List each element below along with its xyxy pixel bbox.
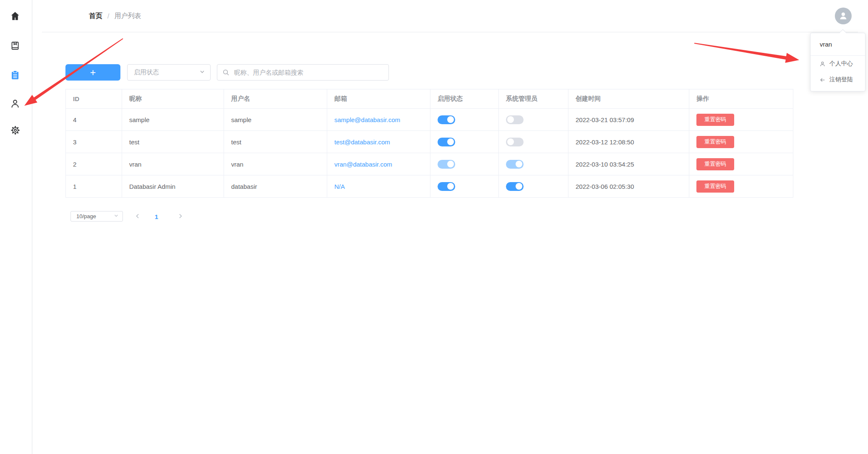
breadcrumb: 首页 / 用户列表 xyxy=(89,0,141,32)
table-row: 3 test test test@databasir.com 2022-03-1… xyxy=(66,131,793,153)
email-link[interactable]: sample@databasir.com xyxy=(334,116,400,123)
cell-admin xyxy=(499,109,568,131)
cell-email: test@databasir.com xyxy=(327,131,430,153)
cell-created-time: 2022-03-12 12:08:50 xyxy=(568,131,689,153)
sidebar-item-settings[interactable] xyxy=(7,123,23,139)
chevron-down-icon xyxy=(114,213,119,219)
clipboard-icon xyxy=(10,70,20,81)
menu-item-profile[interactable]: 个人中心 xyxy=(811,56,865,72)
cell-email: N/A xyxy=(327,175,430,198)
home-icon xyxy=(10,10,21,23)
menu-item-profile-label: 个人中心 xyxy=(829,60,853,68)
cell-created-time: 2022-03-10 03:54:25 xyxy=(568,153,689,175)
sidebar-item-list-active[interactable] xyxy=(7,67,23,84)
cell-email: vran@databasir.com xyxy=(327,153,430,175)
breadcrumb-home[interactable]: 首页 xyxy=(89,12,102,21)
table-row: 1 Databasir Admin databasir N/A 2022-03-… xyxy=(66,175,793,198)
table-header: ID 昵称 用户名 邮箱 启用状态 系统管理员 创建时间 操作 xyxy=(66,89,793,109)
reset-password-button[interactable]: 重置密码 xyxy=(696,158,734,170)
cell-email: sample@databasir.com xyxy=(327,109,430,131)
sidebar-item-home[interactable] xyxy=(7,8,23,25)
add-user-button[interactable]: + xyxy=(65,64,120,81)
sidebar-item-docs[interactable] xyxy=(7,38,23,55)
status-filter-placeholder: 启用状态 xyxy=(134,68,159,76)
cell-actions: 重置密码 xyxy=(689,131,793,153)
cell-nickname: sample xyxy=(122,109,224,131)
user-icon xyxy=(819,61,826,67)
red-annotation-arrow-dropdown xyxy=(694,43,799,63)
status-filter-select[interactable]: 启用状态 xyxy=(127,64,211,81)
admin-toggle[interactable] xyxy=(506,182,524,191)
enabled-toggle[interactable] xyxy=(438,115,455,124)
cell-username: databasir xyxy=(224,175,327,198)
cell-admin xyxy=(499,153,568,175)
cell-id: 1 xyxy=(66,175,122,198)
email-link[interactable]: test@databasir.com xyxy=(334,138,390,146)
col-header-actions: 操作 xyxy=(689,89,793,109)
reset-password-button[interactable]: 重置密码 xyxy=(696,180,734,193)
sidebar-item-users[interactable] xyxy=(7,96,23,112)
book-icon xyxy=(10,41,20,52)
menu-item-logout-label: 注销登陆 xyxy=(829,76,853,83)
cell-admin xyxy=(499,131,568,153)
dropdown-username: vran xyxy=(811,33,865,55)
breadcrumb-separator: / xyxy=(107,13,109,20)
reset-password-button[interactable]: 重置密码 xyxy=(696,136,734,148)
col-header-enabled: 启用状态 xyxy=(430,89,499,109)
page-size-select[interactable]: 10/page xyxy=(70,211,123,222)
page-size-value: 10/page xyxy=(76,213,96,219)
page-number-current[interactable]: 1 xyxy=(149,211,164,222)
person-icon xyxy=(10,98,21,110)
search-icon xyxy=(223,69,229,77)
cell-username: vran xyxy=(224,153,327,175)
table-row: 4 sample sample sample@databasir.com 202… xyxy=(66,109,793,131)
col-header-created: 创建时间 xyxy=(568,89,689,109)
cell-username: test xyxy=(224,131,327,153)
cell-created-time: 2022-03-21 03:57:09 xyxy=(568,109,689,131)
cell-id: 3 xyxy=(66,131,122,153)
app-root: { "breadcrumb": { "home": "首页", "separat… xyxy=(0,0,868,454)
col-header-admin: 系统管理员 xyxy=(499,89,568,109)
admin-toggle[interactable] xyxy=(506,138,524,146)
col-header-nickname: 昵称 xyxy=(122,89,224,109)
col-header-username: 用户名 xyxy=(224,89,327,109)
arrow-left-icon xyxy=(819,77,826,83)
table-body: 4 sample sample sample@databasir.com 202… xyxy=(66,109,793,198)
cell-enabled xyxy=(430,175,499,198)
cell-actions: 重置密码 xyxy=(689,175,793,198)
user-avatar[interactable] xyxy=(835,8,852,24)
cell-enabled xyxy=(430,109,499,131)
topbar-divider xyxy=(42,32,858,32)
cell-username: sample xyxy=(224,109,327,131)
enabled-toggle[interactable] xyxy=(438,182,455,191)
topbar: 首页 / 用户列表 xyxy=(32,0,868,32)
cell-enabled xyxy=(430,131,499,153)
chevron-left-icon xyxy=(135,213,141,220)
cell-created-time: 2022-03-06 02:05:30 xyxy=(568,175,689,198)
admin-toggle[interactable] xyxy=(506,115,524,124)
email-link[interactable]: vran@databasir.com xyxy=(334,161,392,168)
search-input[interactable] xyxy=(217,64,389,81)
menu-item-logout[interactable]: 注销登陆 xyxy=(811,72,865,88)
avatar-person-icon xyxy=(838,10,848,22)
sidebar xyxy=(0,0,32,454)
search-box xyxy=(217,64,389,81)
next-page-button[interactable] xyxy=(175,211,185,222)
enabled-toggle[interactable] xyxy=(438,160,455,169)
cell-id: 4 xyxy=(66,109,122,131)
cell-nickname: vran xyxy=(122,153,224,175)
enabled-toggle[interactable] xyxy=(438,138,455,146)
cell-id: 2 xyxy=(66,153,122,175)
prev-page-button[interactable] xyxy=(133,211,143,222)
admin-toggle[interactable] xyxy=(506,160,524,169)
email-link[interactable]: N/A xyxy=(334,183,345,190)
cell-actions: 重置密码 xyxy=(689,109,793,131)
cell-nickname: Databasir Admin xyxy=(122,175,224,198)
table-row: 2 vran vran vran@databasir.com 2022-03-1… xyxy=(66,153,793,175)
reset-password-button[interactable]: 重置密码 xyxy=(696,114,734,126)
cell-enabled xyxy=(430,153,499,175)
gear-icon xyxy=(10,125,21,137)
breadcrumb-current: 用户列表 xyxy=(114,12,141,21)
users-table: ID 昵称 用户名 邮箱 启用状态 系统管理员 创建时间 操作 4 sample… xyxy=(65,89,793,198)
cell-nickname: test xyxy=(122,131,224,153)
